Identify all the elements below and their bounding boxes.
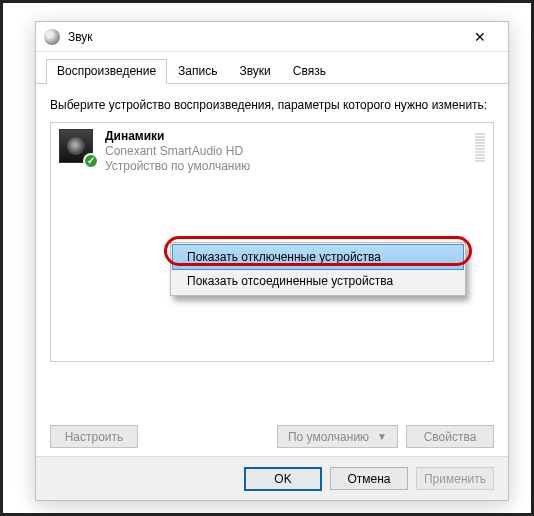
- tab-recording[interactable]: Запись: [167, 59, 228, 84]
- properties-label: Свойства: [424, 430, 477, 444]
- ok-button[interactable]: OK: [244, 467, 322, 491]
- menu-show-disconnected[interactable]: Показать отсоединенные устройства: [173, 269, 463, 293]
- properties-button[interactable]: Свойства: [406, 425, 494, 448]
- close-button[interactable]: ✕: [460, 23, 500, 51]
- apply-button[interactable]: Применить: [416, 467, 494, 490]
- tab-sounds[interactable]: Звуки: [228, 59, 281, 84]
- level-meter-icon: [475, 133, 485, 162]
- ok-label: OK: [274, 472, 291, 486]
- default-check-icon: ✓: [83, 153, 99, 169]
- cancel-label: Отмена: [347, 472, 390, 486]
- window-title: Звук: [68, 30, 460, 44]
- speaker-icon: ✓: [59, 129, 95, 165]
- device-driver: Conexant SmartAudio HD: [105, 144, 250, 159]
- menu-show-disabled-label: Показать отключенные устройства: [187, 250, 381, 264]
- configure-label: Настроить: [65, 430, 124, 444]
- titlebar: Звук ✕: [36, 22, 508, 52]
- instruction-text: Выберите устройство воспроизведения, пар…: [50, 98, 494, 114]
- sound-dialog: Звук ✕ Воспроизведение Запись Звуки Связ…: [35, 21, 509, 501]
- context-menu: Показать отключенные устройства Показать…: [170, 242, 466, 296]
- device-buttons-row: Настроить По умолчанию ▼ Свойства: [50, 425, 494, 448]
- cancel-button[interactable]: Отмена: [330, 467, 408, 490]
- tab-communications[interactable]: Связь: [282, 59, 337, 84]
- set-default-label: По умолчанию: [288, 430, 369, 444]
- set-default-button[interactable]: По умолчанию ▼: [277, 425, 398, 448]
- device-name: Динамики: [105, 129, 250, 144]
- device-item-speakers[interactable]: ✓ Динамики Conexant SmartAudio HD Устрой…: [51, 123, 493, 180]
- configure-button[interactable]: Настроить: [50, 425, 138, 448]
- tab-playback[interactable]: Воспроизведение: [46, 59, 167, 84]
- device-status: Устройство по умолчанию: [105, 159, 250, 174]
- chevron-down-icon: ▼: [377, 431, 387, 442]
- dialog-buttons: OK Отмена Применить: [36, 456, 508, 500]
- menu-show-disconnected-label: Показать отсоединенные устройства: [187, 274, 393, 288]
- menu-show-disabled[interactable]: Показать отключенные устройства: [172, 244, 464, 270]
- tabstrip: Воспроизведение Запись Звуки Связь: [36, 52, 508, 84]
- device-text: Динамики Conexant SmartAudio HD Устройст…: [105, 129, 250, 174]
- apply-label: Применить: [424, 472, 486, 486]
- sound-icon: [44, 29, 60, 45]
